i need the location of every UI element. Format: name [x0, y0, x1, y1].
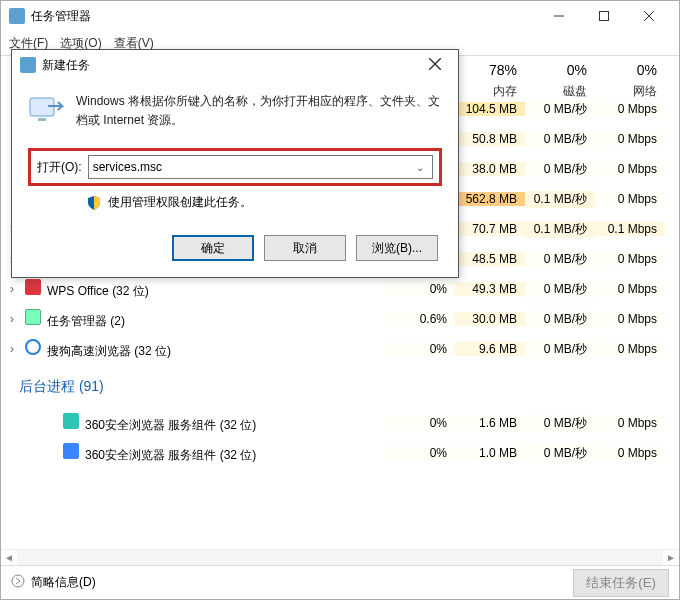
dialog-body: Windows 将根据你所键入的名称，为你打开相应的程序、文件夹、文档或 Int…: [12, 80, 458, 277]
app-icon: [9, 8, 25, 24]
admin-row: 使用管理权限创建此任务。: [28, 194, 442, 211]
fewer-details-label[interactable]: 简略信息(D): [31, 574, 96, 591]
svg-rect-8: [38, 118, 46, 121]
mem-cell: 38.0 MB: [455, 162, 525, 176]
table-row[interactable]: ›任务管理器 (2)0.6%30.0 MB0 MB/秒0 Mbps: [1, 304, 679, 334]
disk-cell: 0 MB/秒: [525, 341, 595, 358]
open-label: 打开(O):: [37, 159, 82, 176]
shield-icon: [86, 195, 102, 211]
open-combobox[interactable]: ⌄: [88, 155, 433, 179]
browse-button[interactable]: 浏览(B)...: [356, 235, 438, 261]
disk-cell: 0.1 MB/秒: [525, 191, 595, 208]
dropdown-icon[interactable]: ⌄: [412, 162, 428, 173]
window-title: 任务管理器: [31, 8, 91, 25]
scroll-track[interactable]: [17, 550, 663, 566]
disk-cell: 0 MB/秒: [525, 251, 595, 268]
net-cell: 0 Mbps: [595, 282, 665, 296]
svg-point-4: [12, 575, 24, 587]
table-row[interactable]: 360安全浏览器 服务组件 (32 位)0%1.6 MB0 MB/秒0 Mbps: [1, 408, 679, 438]
mem-cell: 562.8 MB: [455, 192, 525, 206]
net-cell: 0 Mbps: [595, 162, 665, 176]
fewer-details-icon[interactable]: [11, 574, 25, 591]
process-name: 搜狗高速浏览器 (32 位): [23, 339, 385, 360]
admin-label: 使用管理权限创建此任务。: [108, 194, 252, 211]
expand-icon[interactable]: ›: [1, 312, 23, 326]
cpu-cell: 0%: [385, 416, 455, 430]
process-icon: [25, 279, 41, 295]
dialog-buttons: 确定 取消 浏览(B)...: [28, 235, 442, 261]
dialog-title: 新建任务: [42, 57, 90, 74]
maximize-button[interactable]: [581, 1, 626, 31]
process-name: 360安全浏览器 服务组件 (32 位): [23, 413, 385, 434]
horizontal-scrollbar[interactable]: ◄ ►: [1, 549, 679, 565]
net-cell: 0 Mbps: [595, 252, 665, 266]
dialog-close-button[interactable]: [420, 57, 450, 73]
process-name: 360安全浏览器 服务组件 (32 位): [23, 443, 385, 464]
cpu-cell: 0.6%: [385, 312, 455, 326]
run-icon: [28, 92, 64, 128]
process-icon: [63, 443, 79, 459]
disk-cell: 0.1 MB/秒: [525, 221, 595, 238]
open-input[interactable]: [93, 160, 412, 174]
net-cell: 0.1 Mbps: [595, 222, 665, 236]
disk-cell: 0 MB/秒: [525, 415, 595, 432]
expand-icon[interactable]: ›: [1, 342, 23, 356]
disk-cell: 0 MB/秒: [525, 131, 595, 148]
scroll-right-icon[interactable]: ►: [663, 550, 679, 566]
process-name: 任务管理器 (2): [23, 309, 385, 330]
net-pct: 0%: [595, 62, 657, 78]
process-icon: [63, 413, 79, 429]
disk-cell: 0 MB/秒: [525, 311, 595, 328]
main-titlebar: 任务管理器: [1, 1, 679, 31]
mem-cell: 1.6 MB: [455, 416, 525, 430]
memory-pct: 78%: [455, 62, 517, 78]
mem-cell: 9.6 MB: [455, 342, 525, 356]
net-cell: 0 Mbps: [595, 312, 665, 326]
close-button[interactable]: [626, 1, 671, 31]
bg-section-label: 后台进程 (91): [1, 368, 104, 402]
cpu-cell: 0%: [385, 282, 455, 296]
statusbar: 简略信息(D) 结束任务(E): [1, 565, 679, 599]
disk-cell: 0 MB/秒: [525, 281, 595, 298]
scroll-left-icon[interactable]: ◄: [1, 550, 17, 566]
table-row[interactable]: 360安全浏览器 服务组件 (32 位)0%1.0 MB0 MB/秒0 Mbps: [1, 438, 679, 468]
cancel-button[interactable]: 取消: [264, 235, 346, 261]
disk-cell: 0 MB/秒: [525, 445, 595, 462]
cpu-cell: 0%: [385, 446, 455, 460]
run-dialog: 新建任务 Windows 将根据你所键入的名称，为你打开相应的程序、文件夹、文档…: [11, 49, 459, 278]
cpu-cell: 0%: [385, 342, 455, 356]
mem-cell: 30.0 MB: [455, 312, 525, 326]
mem-cell: 1.0 MB: [455, 446, 525, 460]
disk-cell: 0 MB/秒: [525, 101, 595, 118]
dialog-icon: [20, 57, 36, 73]
mem-cell: 49.3 MB: [455, 282, 525, 296]
expand-icon[interactable]: ›: [1, 282, 23, 296]
net-cell: 0 Mbps: [595, 132, 665, 146]
net-cell: 0 Mbps: [595, 342, 665, 356]
mem-cell: 48.5 MB: [455, 252, 525, 266]
mem-cell: 70.7 MB: [455, 222, 525, 236]
process-icon: [25, 339, 41, 355]
net-cell: 0 Mbps: [595, 446, 665, 460]
dialog-description: Windows 将根据你所键入的名称，为你打开相应的程序、文件夹、文档或 Int…: [76, 92, 442, 130]
net-cell: 0 Mbps: [595, 192, 665, 206]
open-input-row: 打开(O): ⌄: [28, 148, 442, 186]
table-row[interactable]: ›WPS Office (32 位)0%49.3 MB0 MB/秒0 Mbps: [1, 274, 679, 304]
ok-button[interactable]: 确定: [172, 235, 254, 261]
mem-cell: 50.8 MB: [455, 132, 525, 146]
minimize-button[interactable]: [536, 1, 581, 31]
mem-cell: 104.5 MB: [455, 102, 525, 116]
disk-pct: 0%: [525, 62, 587, 78]
net-cell: 0 Mbps: [595, 102, 665, 116]
net-cell: 0 Mbps: [595, 416, 665, 430]
table-row[interactable]: ›搜狗高速浏览器 (32 位)0%9.6 MB0 MB/秒0 Mbps: [1, 334, 679, 364]
disk-cell: 0 MB/秒: [525, 161, 595, 178]
svg-rect-1: [599, 12, 608, 21]
dialog-titlebar: 新建任务: [12, 50, 458, 80]
end-task-button[interactable]: 结束任务(E): [573, 569, 669, 597]
process-name: WPS Office (32 位): [23, 279, 385, 300]
process-icon: [25, 309, 41, 325]
